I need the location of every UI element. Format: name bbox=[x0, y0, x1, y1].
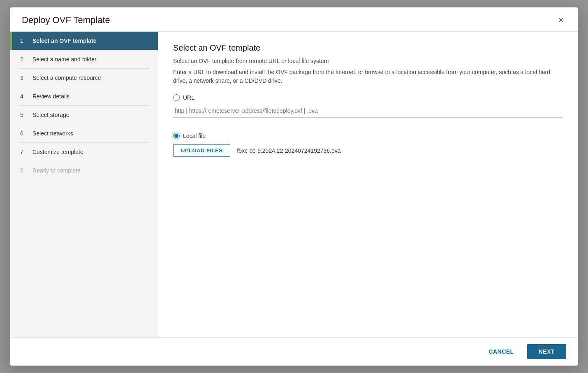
url-radio[interactable] bbox=[173, 94, 180, 101]
step5-number: 5 bbox=[20, 112, 28, 118]
modal-sidebar-title: Deploy OVF Template bbox=[22, 15, 110, 26]
step4-label: Review details bbox=[32, 93, 69, 100]
step6-label: Select networks bbox=[32, 130, 73, 137]
cancel-button[interactable]: CANCEL bbox=[480, 344, 522, 359]
sidebar-item-step2[interactable]: 2 Select a name and folder bbox=[10, 50, 158, 68]
step7-number: 7 bbox=[20, 149, 28, 155]
step2-number: 2 bbox=[20, 56, 28, 63]
step1-number: 1 bbox=[20, 37, 28, 44]
local-file-radio[interactable] bbox=[173, 133, 180, 139]
sidebar-item-step1[interactable]: 1 Select an OVF template bbox=[10, 32, 158, 50]
url-radio-label[interactable]: URL bbox=[183, 94, 194, 101]
content-desc1: Select an OVF template from remote URL o… bbox=[173, 57, 563, 65]
step2-label: Select a name and folder bbox=[32, 56, 97, 63]
upload-files-button[interactable]: UPLOAD FILES bbox=[173, 144, 230, 157]
step6-number: 6 bbox=[20, 130, 28, 137]
sidebar-item-step6[interactable]: 6 Select networks bbox=[10, 124, 158, 142]
url-input[interactable] bbox=[173, 104, 563, 118]
sidebar: 1 Select an OVF template 2 Select a name… bbox=[10, 32, 158, 337]
sidebar-item-step8: 8 Ready to complete bbox=[10, 161, 158, 180]
main-content: Select an OVF template Select an OVF tem… bbox=[158, 32, 578, 337]
modal-header: Deploy OVF Template × bbox=[10, 7, 578, 32]
step5-label: Select storage bbox=[32, 112, 69, 118]
step3-label: Select a compute resource bbox=[32, 75, 101, 81]
modal-footer: CANCEL NEXT bbox=[10, 337, 578, 366]
local-file-label[interactable]: Local file bbox=[183, 133, 206, 139]
step4-number: 4 bbox=[20, 93, 28, 100]
local-file-section: Local file UPLOAD FILES f5xc-ce-9.2024.2… bbox=[173, 133, 563, 157]
step7-label: Customize template bbox=[32, 149, 83, 155]
step8-label: Ready to complete bbox=[32, 167, 81, 174]
next-button[interactable]: NEXT bbox=[527, 344, 566, 359]
content-title: Select an OVF template bbox=[173, 43, 563, 53]
sidebar-item-step3[interactable]: 3 Select a compute resource bbox=[10, 69, 158, 87]
url-radio-group: URL bbox=[173, 94, 563, 126]
url-radio-row: URL bbox=[173, 94, 563, 101]
local-file-radio-row: Local file bbox=[173, 133, 563, 139]
sidebar-item-step4[interactable]: 4 Review details bbox=[10, 87, 158, 105]
uploaded-file-name: f5xc-ce-9.2024.22-20240724192736.ova bbox=[237, 147, 340, 154]
deploy-ovf-modal: Deploy OVF Template × 1 Select an OVF te… bbox=[10, 7, 578, 366]
sidebar-item-step7[interactable]: 7 Customize template bbox=[10, 143, 158, 161]
close-button[interactable]: × bbox=[556, 15, 566, 26]
modal-overlay: Deploy OVF Template × 1 Select an OVF te… bbox=[0, 0, 588, 373]
modal-body: 1 Select an OVF template 2 Select a name… bbox=[10, 32, 578, 337]
local-file-row: UPLOAD FILES f5xc-ce-9.2024.22-202407241… bbox=[173, 144, 563, 157]
sidebar-item-step5[interactable]: 5 Select storage bbox=[10, 106, 158, 124]
step8-number: 8 bbox=[20, 167, 28, 174]
step1-label: Select an OVF template bbox=[32, 37, 97, 44]
content-desc2: Enter a URL to download and install the … bbox=[173, 68, 563, 85]
step3-number: 3 bbox=[20, 75, 28, 81]
